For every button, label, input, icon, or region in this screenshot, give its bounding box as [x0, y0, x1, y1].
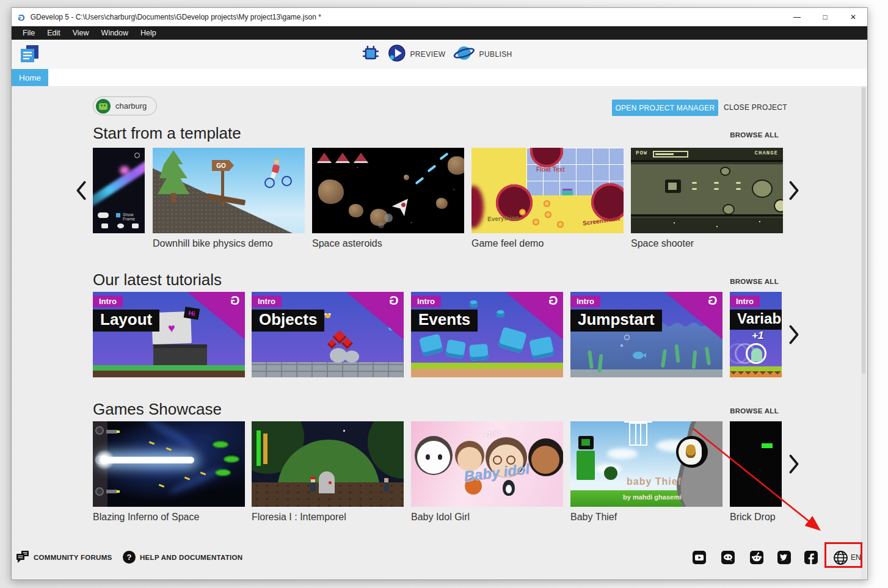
- forum-icon[interactable]: [16, 550, 30, 566]
- turret: [95, 426, 104, 435]
- glow-blob: [120, 166, 129, 175]
- hi-badge: Hi: [184, 307, 200, 320]
- asteroid: [722, 204, 735, 215]
- rocket: [390, 194, 414, 219]
- scrollbar-thumb[interactable]: [862, 87, 865, 374]
- close-icon[interactable]: ✕: [839, 8, 867, 26]
- showcase-card-floresia[interactable]: [252, 421, 404, 507]
- bubble: [621, 344, 623, 347]
- title-bar[interactable]: G GDevelop 5 - C:\Users\charburg\Documen…: [12, 8, 867, 26]
- carousel-left-icon[interactable]: [75, 180, 88, 201]
- desktop-background: G GDevelop 5 - C:\Users\charburg\Documen…: [0, 0, 888, 588]
- asteroid: [404, 175, 409, 180]
- tree-trunk: [171, 193, 176, 203]
- tutorial-card-jumpstart[interactable]: G Intro Jumpstart: [570, 292, 722, 377]
- bike-wheel: [282, 176, 292, 186]
- life-icon: [317, 153, 332, 163]
- template-card-space-shooter[interactable]: POW CHANGE: [631, 148, 783, 233]
- girl-face: [417, 441, 450, 474]
- showcase-card-baby-thief[interactable]: baby Thief by mahdi ghasemi: [570, 421, 722, 507]
- showcase-card-blazing-inferno[interactable]: [93, 421, 245, 507]
- tutorials-browse-all[interactable]: BROWSE ALL: [730, 278, 779, 285]
- asteroid: [318, 180, 344, 204]
- window-title: GDevelop 5 - C:\Users\charburg\Documents…: [31, 13, 321, 21]
- template-card-space-asteroids[interactable]: + + +: [312, 148, 464, 233]
- tutorials-heading: Our latest tutorials: [93, 270, 222, 289]
- intro-badge: Intro: [411, 296, 441, 307]
- star-mark: +: [410, 220, 413, 225]
- gdevelop-logo-icon: G: [18, 12, 25, 23]
- twitter-icon[interactable]: [777, 551, 791, 564]
- maximize-icon[interactable]: □: [811, 8, 839, 26]
- asteroid: [436, 198, 448, 209]
- help-icon[interactable]: ?: [123, 551, 136, 564]
- menu-edit[interactable]: Edit: [41, 26, 67, 40]
- tutorial-title: Events: [411, 310, 478, 332]
- star: [343, 430, 345, 432]
- close-project-button[interactable]: CLOSE PROJECT: [724, 100, 787, 116]
- menu-bar: File Edit View Window Help: [12, 26, 867, 40]
- language-globe-icon[interactable]: [833, 550, 848, 568]
- bullet: [692, 188, 697, 190]
- menu-help[interactable]: Help: [134, 26, 162, 40]
- user-profile-chip[interactable]: charburg: [93, 96, 157, 115]
- help-documentation-link[interactable]: HELP AND DOCUMENTATION: [140, 554, 242, 561]
- publish-button[interactable]: PUBLISH: [453, 44, 512, 65]
- asteroid: [349, 204, 363, 217]
- intro-badge: Intro: [252, 296, 282, 307]
- templates-heading: Start from a template: [93, 124, 241, 143]
- info-icon: [134, 153, 140, 158]
- show-frame-label: Show Frame: [123, 212, 145, 221]
- templates-browse-all[interactable]: BROWSE ALL: [730, 131, 779, 139]
- template-caption: Downhill bike physics demo: [153, 238, 273, 249]
- blue-robot: [469, 344, 489, 361]
- youtube-mini-icon: [101, 223, 108, 228]
- menu-file[interactable]: File: [16, 26, 41, 40]
- showcase-browse-all[interactable]: BROWSE ALL: [730, 407, 779, 415]
- tutorial-card-variables[interactable]: Intro Variab +1: [730, 292, 782, 377]
- game-title-text: baby Thief: [627, 476, 682, 487]
- preview-button[interactable]: PREVIEW: [387, 44, 445, 65]
- project-manager-icon[interactable]: [18, 44, 42, 66]
- reddit-icon[interactable]: [750, 551, 763, 564]
- debug-icon[interactable]: [360, 43, 380, 65]
- username: charburg: [115, 101, 147, 111]
- tab-home[interactable]: Home: [12, 69, 48, 86]
- app-window: G GDevelop 5 - C:\Users\charburg\Documen…: [11, 7, 868, 580]
- tutorial-card-events[interactable]: G Intro Events: [411, 292, 563, 377]
- tutorial-card-layout[interactable]: G Intro Layout ♥ Hi: [93, 292, 245, 377]
- facebook-icon[interactable]: [804, 551, 818, 564]
- language-selector[interactable]: EN: [851, 553, 861, 562]
- toolbar: PREVIEW PUBLISH: [12, 40, 867, 69]
- player-character: [310, 482, 316, 492]
- scrollbar[interactable]: [861, 86, 866, 579]
- template-card-game-feel-demo[interactable]: Float Text Everything Screenshake: [471, 148, 624, 233]
- carousel-right-icon[interactable]: [787, 454, 801, 474]
- bubble: [624, 335, 630, 340]
- gdevelop-logo-icon: G: [230, 294, 240, 308]
- objects-panel: [153, 344, 207, 368]
- open-project-manager-button[interactable]: OPEN PROJECT MANAGER: [612, 100, 718, 116]
- youtube-icon[interactable]: [693, 551, 706, 564]
- speckle: [716, 226, 718, 227]
- menu-view[interactable]: View: [67, 26, 95, 40]
- green-ship: [215, 469, 231, 476]
- life-icon: [335, 153, 350, 163]
- carousel-right-icon[interactable]: [787, 324, 801, 345]
- showcase-card-brick-drop[interactable]: [730, 421, 782, 507]
- red-crystal: [327, 339, 337, 349]
- bullet: [714, 182, 719, 184]
- carousel-right-icon[interactable]: [787, 180, 801, 201]
- community-forums-link[interactable]: COMMUNITY FORUMS: [34, 554, 112, 561]
- template-card-partial[interactable]: Show Frame: [93, 148, 145, 233]
- minimize-icon[interactable]: —: [783, 8, 811, 26]
- menu-window[interactable]: Window: [95, 26, 134, 40]
- discord-icon[interactable]: [721, 551, 735, 564]
- grass-strip: [411, 363, 563, 369]
- intro-badge: Intro: [570, 296, 600, 307]
- tutorial-card-objects[interactable]: G Intro Objects: [252, 292, 404, 377]
- template-caption: Game feel demo: [471, 238, 544, 249]
- template-card-downhill-bike[interactable]: GO: [153, 148, 305, 233]
- showcase-card-baby-idol-girl[interactable]: +100 Baby idol: [411, 421, 563, 507]
- plus-one-label: +1: [752, 330, 763, 342]
